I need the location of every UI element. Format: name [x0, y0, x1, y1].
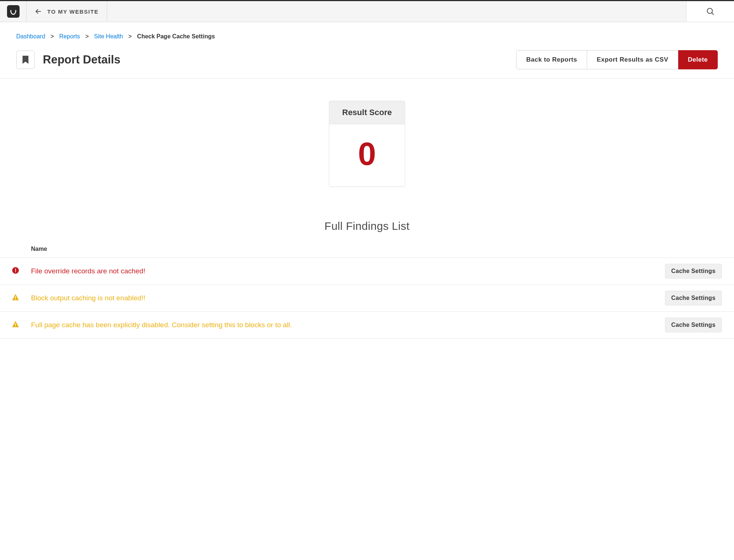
score-card-body: 0	[329, 124, 405, 186]
search-icon	[706, 7, 715, 16]
svg-text:!: !	[15, 322, 16, 328]
svg-point-1	[707, 8, 712, 14]
breadcrumb-separator: >	[51, 33, 54, 39]
score-section: Result Score 0	[0, 79, 734, 220]
finding-text: Full page cache has been explicitly disa…	[31, 312, 660, 339]
export-csv-button[interactable]: Export Results as CSV	[587, 50, 678, 69]
finding-row: ! Full page cache has been explicitly di…	[0, 312, 734, 339]
breadcrumb-current: Check Page Cache Settings	[137, 33, 215, 39]
severity-icon-cell: !	[0, 312, 31, 339]
delete-button[interactable]: Delete	[678, 50, 718, 69]
findings-table: Name ! File override records are not cac…	[0, 241, 734, 339]
svg-text:!: !	[15, 295, 16, 301]
breadcrumb-reports[interactable]: Reports	[59, 33, 80, 39]
svg-line-2	[711, 13, 713, 15]
page-title: Report Details	[43, 53, 120, 66]
cache-settings-button[interactable]: Cache Settings	[665, 291, 722, 305]
score-card: Result Score 0	[329, 101, 405, 187]
error-icon: !	[12, 267, 19, 274]
page-header: Dashboard > Reports > Site Health > Chec…	[0, 22, 734, 78]
bookmark-button[interactable]	[16, 51, 35, 69]
finding-row: ! File override records are not cached! …	[0, 258, 734, 285]
breadcrumb: Dashboard > Reports > Site Health > Chec…	[16, 33, 718, 40]
back-to-site-label: TO MY WEBSITE	[47, 8, 99, 15]
breadcrumb-dashboard[interactable]: Dashboard	[16, 33, 45, 39]
severity-icon-cell: !	[0, 258, 31, 285]
concrete-logo	[7, 5, 20, 18]
breadcrumb-separator: >	[128, 33, 132, 39]
svg-text:!: !	[15, 267, 17, 273]
bookmark-icon	[22, 55, 29, 64]
title-left: Report Details	[16, 51, 120, 69]
back-to-reports-button[interactable]: Back to Reports	[516, 50, 587, 69]
cache-settings-button[interactable]: Cache Settings	[665, 264, 722, 279]
warning-icon: !	[12, 294, 19, 301]
findings-heading: Full Findings List	[0, 220, 734, 232]
severity-icon-cell: !	[0, 285, 31, 312]
title-row: Report Details Back to Reports Export Re…	[16, 50, 718, 78]
cache-settings-button[interactable]: Cache Settings	[665, 318, 722, 332]
hand-icon	[9, 7, 17, 15]
finding-row: ! Block output caching is not enabled!! …	[0, 285, 734, 312]
page-actions: Back to Reports Export Results as CSV De…	[516, 50, 718, 69]
score-card-heading: Result Score	[329, 101, 405, 124]
arrow-left-icon	[35, 8, 42, 15]
finding-text: File override records are not cached!	[31, 258, 660, 285]
search-button[interactable]	[686, 1, 734, 22]
top-bar: TO MY WEBSITE	[0, 0, 734, 22]
col-name-header: Name	[0, 241, 660, 258]
breadcrumb-separator: >	[85, 33, 89, 39]
back-to-site-link[interactable]: TO MY WEBSITE	[27, 1, 107, 22]
score-value: 0	[329, 138, 405, 170]
warning-icon: !	[12, 321, 19, 328]
topbar-spacer	[107, 1, 686, 22]
logo-button[interactable]	[0, 1, 27, 22]
breadcrumb-site-health[interactable]: Site Health	[94, 33, 123, 39]
col-action-header	[660, 241, 734, 258]
finding-text: Block output caching is not enabled!!	[31, 285, 660, 312]
